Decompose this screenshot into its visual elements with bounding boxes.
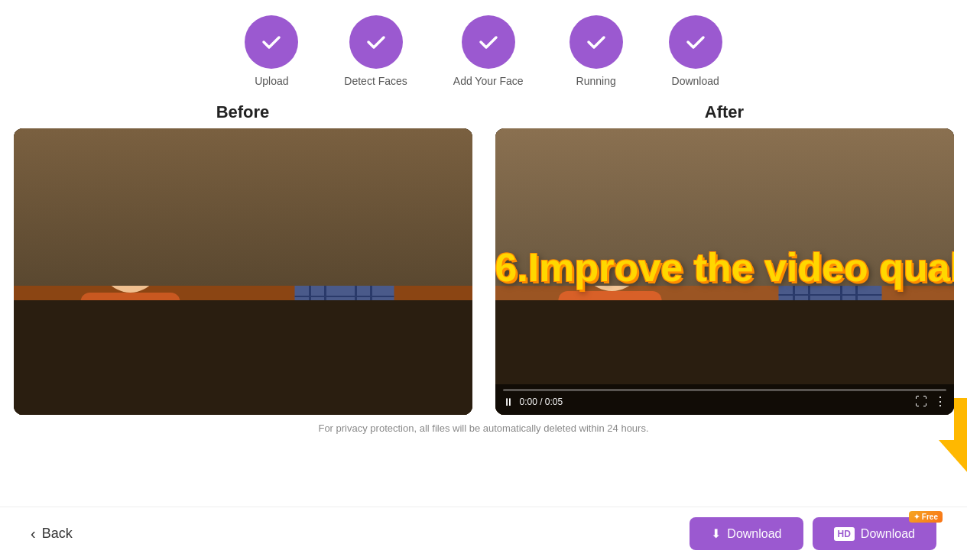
step-add-label: Add Your Face — [453, 75, 524, 87]
svg-rect-23 — [818, 144, 821, 235]
back-chevron-icon: ‹ — [31, 525, 36, 542]
svg-point-31 — [795, 195, 864, 276]
svg-point-32 — [797, 169, 862, 210]
svg-rect-22 — [780, 144, 917, 235]
controls-row: ⏸ 0:00 / 0:05 ⛶ ⋮ — [503, 394, 946, 409]
svg-rect-0 — [14, 128, 472, 415]
pause-icon[interactable]: ⏸ — [503, 396, 514, 408]
step-detect-circle — [349, 15, 403, 69]
svg-rect-3 — [336, 144, 339, 235]
step-download-label: Download — [672, 75, 719, 87]
checkmark-icon-download — [683, 30, 708, 54]
bottom-bar: ‹ Back ⬇ Download ✦ Free HD Download — [0, 507, 967, 560]
hd-icon: HD — [834, 527, 855, 541]
after-video: 6.Improve the video quality ⏸ 0:00 / 0:0… — [495, 128, 954, 415]
before-scene — [14, 128, 472, 415]
download-free-label: Download — [861, 527, 915, 541]
privacy-row: For privacy protection, all files will b… — [14, 421, 954, 435]
before-scene-svg — [14, 128, 472, 415]
svg-rect-6 — [14, 335, 472, 415]
svg-rect-21 — [495, 128, 954, 281]
back-label: Back — [42, 526, 73, 542]
svg-point-12 — [313, 176, 375, 215]
after-label: After — [705, 102, 744, 122]
step-detect-label: Detect Faces — [344, 75, 407, 87]
download-label: Download — [727, 527, 781, 541]
svg-point-29 — [599, 173, 624, 194]
download-icon: ⬇ — [711, 526, 721, 541]
svg-point-28 — [582, 171, 641, 220]
step-upload-circle — [245, 15, 298, 69]
svg-marker-40 — [939, 398, 968, 474]
video-time: 0:00 / 0:05 — [520, 397, 563, 407]
step-upload-label: Upload — [255, 75, 288, 87]
svg-rect-5 — [14, 281, 472, 342]
step-add-face: Add Your Face — [453, 15, 524, 87]
svg-rect-24 — [780, 182, 917, 185]
svg-rect-4 — [298, 182, 436, 185]
fullscreen-icon[interactable]: ⛶ — [915, 395, 928, 409]
svg-point-7 — [96, 209, 164, 293]
progress-bar[interactable] — [503, 389, 946, 391]
download-free-button[interactable]: ✦ Free HD Download — [813, 517, 937, 550]
video-controls[interactable]: ⏸ 0:00 / 0:05 ⛶ ⋮ — [495, 384, 954, 415]
page-wrapper: Upload Detect Faces Add Your Face — [0, 0, 967, 560]
free-badge: ✦ Free — [909, 511, 943, 523]
svg-rect-20 — [495, 128, 954, 415]
after-scene — [495, 128, 954, 415]
checkmark-icon-add — [476, 30, 501, 54]
step-running-circle — [569, 15, 623, 69]
step-download: Download — [669, 15, 722, 87]
checkmark-icon-upload — [259, 30, 284, 54]
svg-rect-30 — [558, 291, 661, 394]
download-button[interactable]: ⬇ Download — [690, 517, 803, 550]
before-video — [14, 128, 472, 415]
privacy-text: For privacy protection, all files will b… — [318, 422, 648, 434]
checkmark-icon-detect — [364, 30, 388, 54]
before-label: Before — [216, 102, 270, 122]
svg-point-27 — [575, 202, 648, 291]
arrow-svg — [939, 398, 968, 474]
step-detect-faces: Detect Faces — [344, 15, 407, 87]
svg-rect-25 — [495, 281, 954, 342]
before-after-container: Before — [14, 102, 954, 415]
svg-rect-2 — [298, 144, 436, 235]
svg-point-8 — [103, 178, 157, 224]
download-buttons: ⬇ Download ✦ Free HD Download — [690, 517, 936, 550]
step-running: Running — [569, 15, 623, 87]
checkmark-icon-running — [584, 30, 608, 54]
step-download-circle — [669, 15, 722, 69]
step-upload: Upload — [245, 15, 298, 87]
step-running-label: Running — [576, 75, 616, 87]
svg-point-9 — [118, 180, 141, 199]
svg-rect-1 — [14, 128, 472, 281]
before-block: Before — [14, 102, 472, 415]
after-block: After — [495, 102, 954, 415]
after-scene-svg — [495, 128, 954, 415]
back-button[interactable]: ‹ Back — [31, 525, 73, 542]
step-add-face-circle — [462, 15, 515, 69]
steps-container: Upload Detect Faces Add Your Face — [245, 15, 722, 87]
svg-rect-10 — [80, 293, 180, 392]
svg-point-11 — [312, 201, 376, 277]
